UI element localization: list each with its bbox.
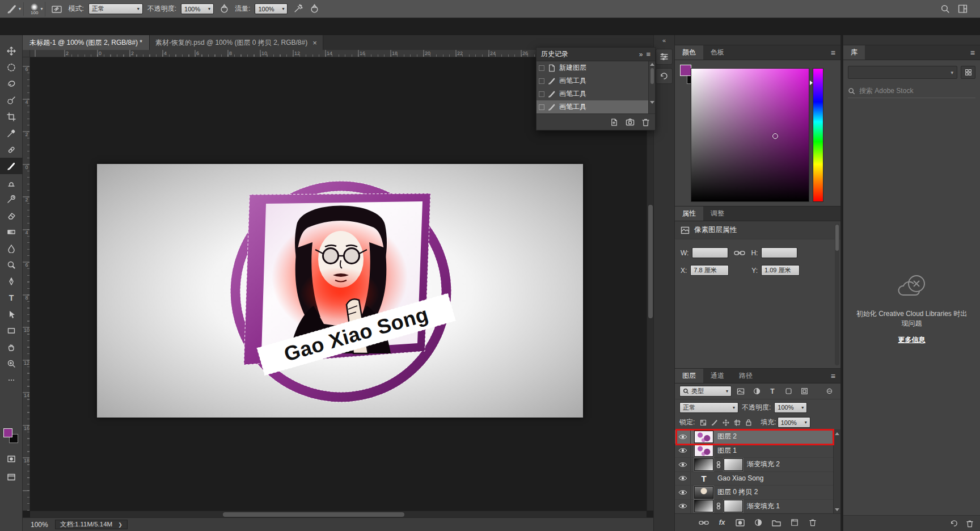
panel-menu-icon[interactable]: ≡: [826, 369, 840, 383]
quick-selection-tool[interactable]: [0, 92, 23, 108]
marquee-tool[interactable]: [0, 59, 23, 75]
type-tool[interactable]: T: [0, 289, 23, 306]
add-layer-mask-button[interactable]: [734, 516, 746, 529]
blur-tool[interactable]: [0, 240, 23, 256]
panel-menu-icon[interactable]: ≡: [646, 50, 650, 58]
tab-color[interactable]: 颜色: [675, 45, 703, 60]
flow-select[interactable]: 100%▾: [255, 3, 288, 14]
color-picker-marker[interactable]: [772, 133, 778, 139]
panel-menu-icon[interactable]: ≡: [965, 45, 980, 60]
history-source-checkbox[interactable]: [539, 91, 544, 97]
layer-style-button[interactable]: fx: [716, 516, 728, 529]
filter-adjustment-layers-button[interactable]: [750, 386, 763, 397]
tool-preset-picker[interactable]: ▾: [5, 2, 24, 16]
hue-slider-marker[interactable]: [810, 81, 813, 85]
layer-mask-link-icon[interactable]: [716, 461, 721, 468]
history-scrollbar[interactable]: [648, 61, 655, 113]
layer-name[interactable]: 渐变填充 2: [747, 460, 780, 469]
visibility-eye-icon[interactable]: [678, 475, 687, 482]
layer-row-layer2[interactable]: 图层 2: [675, 430, 840, 444]
history-item[interactable]: 新建图层: [537, 61, 655, 74]
document-canvas[interactable]: Gao Xiao Song: [97, 164, 583, 418]
layer-thumbnail[interactable]: [694, 431, 713, 443]
saturation-brightness-field[interactable]: [691, 68, 809, 202]
lock-transparency-button[interactable]: [698, 417, 708, 428]
history-source-checkbox[interactable]: [539, 104, 544, 110]
layer-filtering-toggle[interactable]: [822, 386, 836, 397]
status-chevron-icon[interactable]: ❯: [118, 522, 122, 528]
new-document-from-state-icon[interactable]: [610, 118, 618, 127]
tab-channels[interactable]: 通道: [703, 369, 732, 383]
link-layers-button[interactable]: [698, 516, 710, 529]
width-field[interactable]: [692, 247, 728, 258]
properties-scrollbar-thumb[interactable]: [835, 225, 839, 251]
toggle-brush-panel-button[interactable]: [50, 5, 64, 14]
collapsed-panel-button-1[interactable]: [656, 49, 673, 65]
new-group-button[interactable]: [770, 516, 783, 529]
filter-type-layers-button[interactable]: T: [766, 386, 779, 397]
layer-thumbnail[interactable]: [694, 500, 713, 512]
library-sync-icon[interactable]: [950, 519, 958, 528]
layer-mask-link-icon[interactable]: [716, 503, 721, 509]
layer-name[interactable]: 图层 0 拷贝 2: [717, 487, 758, 497]
path-selection-tool[interactable]: [0, 306, 23, 322]
delete-state-trash-icon[interactable]: [642, 118, 649, 127]
filter-shape-layers-button[interactable]: [782, 386, 795, 397]
vertical-scrollbar-thumb[interactable]: [648, 205, 653, 318]
lasso-tool[interactable]: [0, 75, 23, 92]
gradient-tool[interactable]: [0, 224, 23, 240]
lock-pixels-button[interactable]: [709, 417, 720, 428]
text-layer-thumbnail[interactable]: T: [694, 472, 713, 484]
collapse-panel-icon[interactable]: »: [636, 50, 647, 58]
library-select[interactable]: ▾: [848, 66, 957, 79]
hue-slider[interactable]: [813, 68, 823, 202]
dodge-tool[interactable]: [0, 256, 23, 273]
history-scrollbar-thumb[interactable]: [650, 68, 654, 84]
airbrush-button[interactable]: [292, 4, 304, 14]
new-layer-button[interactable]: [788, 516, 801, 529]
collapsed-panel-button-2[interactable]: [656, 68, 673, 84]
tab-close-icon[interactable]: ×: [312, 39, 317, 47]
foreground-color-swatch[interactable]: [3, 428, 12, 437]
opacity-select[interactable]: 100%▾: [181, 3, 214, 14]
edit-toolbar-button[interactable]: [0, 372, 23, 388]
layers-scroll-strip[interactable]: [833, 430, 840, 513]
brush-size-picker[interactable]: 100 ▾: [28, 2, 45, 16]
link-dimensions-icon[interactable]: [734, 250, 745, 256]
tab-properties[interactable]: 属性: [675, 206, 703, 221]
height-field[interactable]: [761, 247, 797, 258]
layer-row-layer0-copy2[interactable]: 图层 0 拷贝 2: [675, 486, 840, 500]
properties-scrollbar[interactable]: [835, 224, 839, 365]
new-adjustment-layer-button[interactable]: [752, 516, 764, 529]
layer-mask-thumbnail[interactable]: [724, 458, 743, 471]
color-foreground-swatch[interactable]: [680, 65, 691, 76]
history-brush-tool[interactable]: [0, 191, 23, 207]
layer-thumbnail[interactable]: [694, 444, 713, 457]
mode-select[interactable]: 正常▾: [88, 3, 143, 14]
history-item[interactable]: 画笔工具: [537, 87, 655, 100]
libraries-more-info-link[interactable]: 更多信息: [856, 335, 968, 345]
document-tab-active[interactable]: 未标题-1 @ 100% (图层 2, RGB/8#) *: [23, 35, 150, 50]
lock-all-button[interactable]: [744, 417, 754, 428]
tab-layers[interactable]: 图层: [675, 369, 703, 383]
tab-paths[interactable]: 路径: [732, 369, 760, 383]
delete-layer-button[interactable]: [806, 516, 819, 529]
crop-tool[interactable]: [0, 108, 23, 125]
search-icon[interactable]: [940, 4, 950, 14]
eraser-tool[interactable]: [0, 207, 23, 224]
layer-name[interactable]: Gao Xiao Song: [717, 474, 763, 482]
workspace-switcher-icon[interactable]: [958, 4, 968, 14]
library-view-grid-button[interactable]: [961, 66, 975, 79]
tab-libraries[interactable]: 库: [843, 45, 865, 60]
panel-menu-icon[interactable]: ≡: [826, 45, 840, 60]
library-search-row[interactable]: 搜索 Adobe Stock: [848, 85, 975, 98]
zoom-tool[interactable]: [0, 355, 23, 372]
tab-adjustments[interactable]: 调整: [703, 206, 732, 221]
history-source-checkbox[interactable]: [539, 65, 544, 71]
document-tab-inactive[interactable]: 素材-恢复的.psd @ 100% (图层 0 拷贝 2, RGB/8#) ×: [150, 35, 323, 50]
layer-filter-select[interactable]: 类型 ▾: [679, 386, 732, 397]
filter-smart-objects-button[interactable]: [797, 386, 811, 397]
horizontal-scrollbar-thumb[interactable]: [223, 512, 404, 517]
y-field[interactable]: 1.09 厘米: [761, 265, 800, 276]
lock-position-button[interactable]: [721, 417, 731, 428]
